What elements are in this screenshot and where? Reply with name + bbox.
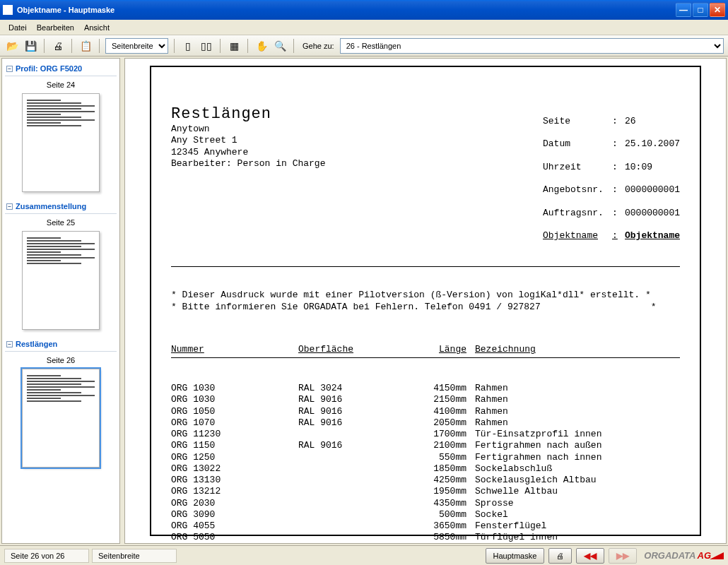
- table-row: ORG 1030RAL 30244150mmRahmen: [171, 383, 680, 394]
- open-icon[interactable]: 📂: [4, 38, 20, 54]
- sidebar-section-title[interactable]: − Zusammenstellung: [5, 199, 117, 214]
- meta-block: Seite:26 Datum:25.10.2007 Uhrzeit:10:09 …: [543, 105, 680, 242]
- brand-logo: ORGADATA AG: [644, 550, 724, 561]
- menu-file[interactable]: Datei: [4, 22, 31, 33]
- sidebar-section-title[interactable]: − Profil: ORG F5020: [5, 61, 117, 76]
- table-row: ORG 1150RAL 90162100mmFertigrahmen nach …: [171, 440, 680, 451]
- print-button[interactable]: 🖨: [548, 548, 572, 564]
- page: RestlängenAnytownAny Street 112345 Anywh…: [150, 66, 701, 536]
- sidebar-section-label: Zusammenstellung: [16, 202, 86, 210]
- table-row: ORG 112301700mmTür-Einsatzprofil innen: [171, 429, 680, 440]
- page-thumbnail[interactable]: [22, 93, 100, 192]
- page-thumbnail[interactable]: [22, 369, 100, 468]
- table-row: ORG 20304350mmSprosse: [171, 498, 680, 509]
- hand-tool-icon[interactable]: ✋: [254, 38, 269, 54]
- next-page-button: ▶▶: [609, 548, 637, 564]
- sidebar-section-label: Restlängen: [16, 340, 57, 348]
- table-row: ORG 3090500mmSockel: [171, 509, 680, 521]
- title-bar: Objektname - Hauptmaske — □ ✕: [0, 0, 728, 20]
- page-label: Seite 26: [5, 356, 117, 364]
- goto-label: Gehe zu:: [300, 42, 337, 50]
- menu-bar: Datei Bearbeiten Ansicht: [0, 20, 728, 35]
- prev-page-button[interactable]: ◀◀: [576, 548, 604, 564]
- zoom-tool-icon[interactable]: 🔍: [272, 38, 288, 54]
- document-view[interactable]: RestlängenAnytownAny Street 112345 Anywh…: [124, 58, 727, 544]
- table-row: ORG 1070RAL 90162050mmRahmen: [171, 417, 680, 429]
- hauptmaske-button[interactable]: Hauptmaske: [486, 548, 545, 564]
- print-icon[interactable]: 🖨: [50, 38, 66, 54]
- table-row: ORG 131304250mmSockelausgleich Altbau: [171, 475, 680, 486]
- table-row: ORG 1050RAL 90164100mmRahmen: [171, 406, 680, 417]
- sidebar-section-label: Profil: ORG F5020: [16, 64, 82, 73]
- thumbnail-sidebar[interactable]: − Profil: ORG F5020 Seite 24 − Zusammens…: [1, 58, 120, 544]
- table-body: ORG 1030RAL 30244150mmRahmenORG 1030RAL …: [171, 383, 680, 544]
- close-button[interactable]: ✕: [710, 3, 725, 17]
- maximize-button[interactable]: □: [693, 3, 708, 17]
- page-thumbnail[interactable]: [22, 231, 100, 330]
- table-header: NummerOberflächeLängeBezeichnung: [171, 344, 680, 357]
- swoosh-icon: [710, 552, 724, 559]
- notes: * Dieser Ausdruck wurde mit einer Pilotv…: [171, 290, 680, 313]
- table-row: ORG 132121950mmSchwelle Altbau: [171, 486, 680, 497]
- collapse-icon[interactable]: −: [6, 203, 13, 210]
- collapse-icon[interactable]: −: [6, 66, 13, 72]
- page-label: Seite 25: [5, 218, 117, 227]
- collapse-icon[interactable]: −: [6, 341, 13, 347]
- zoom-mode-select[interactable]: Seitenbreite: [105, 38, 168, 54]
- status-bar: Seite 26 von 26 Seitenbreite Hauptmaske …: [0, 545, 728, 565]
- table-row: ORG 40553650mmFensterflügel: [171, 521, 680, 532]
- goto-select[interactable]: 26 - Restlängen: [340, 38, 724, 54]
- doc-title: Restlängen: [171, 105, 543, 124]
- app-icon: [3, 5, 13, 15]
- table-row: ORG 50505850mmTürflügel innen: [171, 532, 680, 543]
- copy-icon[interactable]: 📋: [78, 38, 93, 54]
- two-page-icon[interactable]: ▯▯: [199, 38, 214, 54]
- table-row: ORG 1250550mmFertigrahmen nach innen: [171, 452, 680, 463]
- status-zoom-info: Seitenbreite: [92, 549, 177, 563]
- sidebar-section-title[interactable]: − Restlängen: [5, 337, 117, 352]
- table-row: ORG 1030RAL 90162150mmRahmen: [171, 394, 680, 405]
- single-page-icon[interactable]: ▯: [180, 38, 196, 54]
- menu-edit[interactable]: Bearbeiten: [33, 22, 78, 33]
- menu-view[interactable]: Ansicht: [80, 22, 114, 33]
- toolbar: 📂 💾 🖨 📋 Seitenbreite ▯ ▯▯ ▦ ✋ 🔍 Gehe zu:…: [0, 35, 728, 56]
- minimize-button[interactable]: —: [676, 3, 691, 17]
- grid-icon[interactable]: ▦: [226, 38, 242, 54]
- table-row: ORG 70024800mmGlasleiste: [171, 544, 680, 545]
- save-icon[interactable]: 💾: [23, 38, 38, 54]
- table-row: ORG 130221850mmSockelabschluß: [171, 463, 680, 475]
- page-label: Seite 24: [5, 81, 117, 89]
- status-page-info: Seite 26 von 26: [4, 549, 89, 563]
- window-title: Objektname - Hauptmaske: [17, 6, 676, 14]
